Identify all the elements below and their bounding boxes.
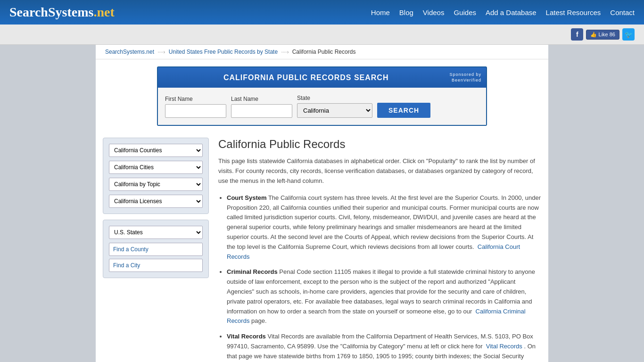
twitter-icon[interactable]: 🐦: [622, 28, 635, 41]
page-title: California Public Records: [218, 138, 541, 151]
find-city-link[interactable]: Find a City: [109, 259, 203, 272]
search-widget: CALIFORNIA PUBLIC RECORDS SEARCH Sponsor…: [157, 66, 487, 126]
bullet-court-system: Court System The California court system…: [227, 193, 541, 262]
search-header: CALIFORNIA PUBLIC RECORDS SEARCH Sponsor…: [158, 67, 486, 88]
first-name-field: First Name: [165, 96, 226, 118]
nav-blog[interactable]: Blog: [399, 8, 413, 16]
nav-add-database[interactable]: Add a Database: [486, 8, 537, 16]
nav-latest-resources[interactable]: Latest Resources: [546, 8, 601, 16]
california-by-topic-dropdown[interactable]: California by Topic: [109, 178, 203, 191]
last-name-input[interactable]: [231, 104, 292, 118]
header: SearchSystems.net Home Blog Videos Guide…: [0, 0, 644, 25]
state-field: State California: [297, 95, 372, 118]
criminal-records-heading: Criminal Records: [227, 268, 278, 275]
last-name-label: Last Name: [231, 96, 292, 102]
california-licenses-dropdown[interactable]: California Licenses: [109, 195, 203, 208]
breadcrumb: SearchSystems.net ····› United States Fr…: [96, 45, 548, 59]
breadcrumb-sep-1: ····›: [157, 49, 165, 55]
sidebar-group-us: U.S. States Find a County Find a City: [103, 220, 209, 278]
bullet-list: Court System The California court system…: [218, 193, 541, 362]
state-label: State: [297, 95, 372, 101]
breadcrumb-current: California Public Records: [292, 49, 356, 55]
us-states-dropdown[interactable]: U.S. States: [109, 226, 203, 239]
sponsored-badge: Sponsored by BeenVerified: [449, 72, 481, 83]
breadcrumb-sep-2: ····›: [281, 49, 289, 55]
like-count: 86: [610, 32, 615, 37]
site-logo[interactable]: SearchSystems.net: [9, 5, 115, 20]
court-system-text: The California court system has three le…: [227, 194, 541, 250]
logo-tld: .net: [93, 5, 114, 19]
sponsor-name: BeenVerified: [452, 78, 481, 82]
bullet-criminal-records: Criminal Records Penal Code section 1110…: [227, 267, 541, 326]
main-wrapper: SearchSystems.net ····› United States Fr…: [96, 45, 548, 362]
content-area: California Counties California Cities Ca…: [96, 133, 548, 362]
criminal-records-after: page.: [251, 317, 267, 324]
california-cities-dropdown[interactable]: California Cities: [109, 161, 203, 174]
sidebar-group-california: California Counties California Cities Ca…: [103, 138, 209, 214]
nav-home[interactable]: Home: [371, 8, 390, 16]
search-body: First Name Last Name State California SE…: [158, 88, 486, 125]
facebook-like-button[interactable]: 👍 Like 86: [586, 30, 619, 40]
breadcrumb-home[interactable]: SearchSystems.net: [105, 49, 154, 55]
state-select[interactable]: California: [297, 103, 372, 118]
breadcrumb-level2[interactable]: United States Free Public Records by Sta…: [169, 49, 278, 55]
facebook-icon[interactable]: f: [571, 28, 583, 41]
first-name-input[interactable]: [165, 104, 226, 118]
nav-contact[interactable]: Contact: [610, 8, 635, 16]
last-name-field: Last Name: [231, 96, 292, 118]
sidebar: California Counties California Cities Ca…: [103, 138, 216, 362]
bullet-vital-records: Vital Records Vital Records are availabl…: [227, 332, 541, 362]
search-title: CALIFORNIA PUBLIC RECORDS SEARCH: [163, 74, 449, 82]
nav-videos[interactable]: Videos: [423, 8, 445, 16]
vital-records-link[interactable]: Vital Records: [486, 343, 522, 350]
main-nav: Home Blog Videos Guides Add a Database L…: [371, 8, 635, 16]
intro-text: This page lists statewide California dat…: [218, 156, 541, 186]
main-content: California Public Records This page list…: [216, 138, 541, 362]
search-button[interactable]: SEARCH: [377, 103, 430, 118]
california-counties-dropdown[interactable]: California Counties: [109, 144, 203, 157]
find-county-link[interactable]: Find a County: [109, 243, 203, 256]
nav-guides[interactable]: Guides: [454, 8, 476, 16]
court-system-heading: Court System: [227, 194, 267, 201]
logo-text: SearchSystems: [9, 5, 93, 19]
social-bar: f 👍 Like 86 🐦: [0, 25, 644, 45]
vital-records-heading: Vital Records: [227, 333, 266, 340]
first-name-label: First Name: [165, 96, 226, 102]
sponsored-by-label: Sponsored by: [449, 72, 481, 77]
